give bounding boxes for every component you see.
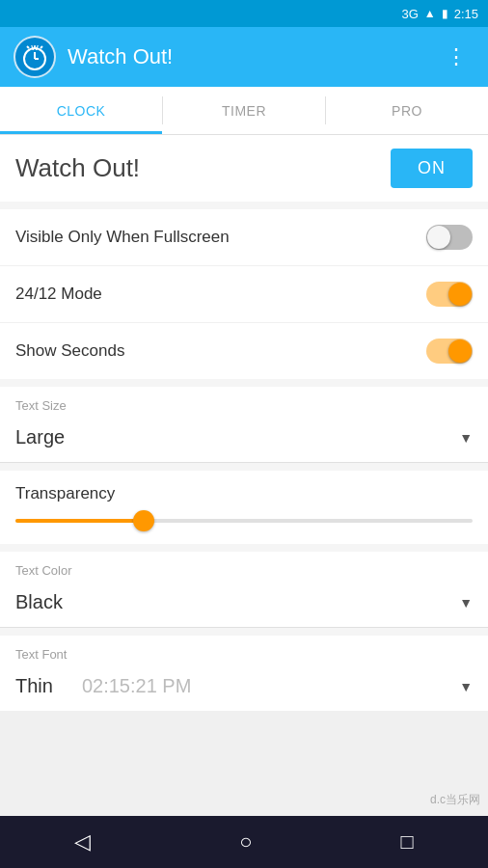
text-font-section: Text Font Thin 02:15:21 PM ▼ bbox=[0, 636, 488, 711]
more-options-button[interactable]: ⋮ bbox=[438, 37, 474, 77]
content-area: Watch Out! ON Visible Only When Fullscre… bbox=[0, 135, 488, 711]
seconds-setting-row: Show Seconds bbox=[0, 323, 488, 379]
transparency-label: Transparency bbox=[15, 484, 473, 503]
tab-timer[interactable]: TIMER bbox=[163, 87, 325, 134]
watermark: d.c当乐网 bbox=[422, 788, 488, 812]
battery-icon: ▮ bbox=[442, 7, 448, 20]
fullscreen-toggle-thumb bbox=[427, 226, 450, 249]
signal-indicator: 3G bbox=[401, 7, 418, 21]
text-font-label: Text Font bbox=[0, 636, 488, 665]
text-color-dropdown[interactable]: Black ▼ bbox=[0, 582, 488, 628]
svg-text:W: W bbox=[31, 43, 39, 52]
text-size-label: Text Size bbox=[0, 387, 488, 417]
fullscreen-label: Visible Only When Fullscreen bbox=[15, 228, 230, 247]
seconds-toggle-thumb bbox=[448, 339, 472, 363]
on-off-button[interactable]: ON bbox=[391, 149, 473, 188]
text-font-arrow-icon: ▼ bbox=[459, 679, 473, 694]
text-size-section: Text Size Large ▼ bbox=[0, 387, 488, 463]
mode-toggle[interactable] bbox=[426, 282, 473, 307]
tabs-bar: CLOCK TIMER PRO bbox=[0, 87, 488, 135]
seconds-label: Show Seconds bbox=[15, 341, 124, 361]
seconds-toggle[interactable] bbox=[426, 339, 473, 364]
nav-bar: ◁ ○ □ bbox=[0, 816, 488, 868]
text-color-section: Text Color Black ▼ bbox=[0, 552, 488, 628]
transparency-slider-thumb[interactable] bbox=[133, 510, 154, 531]
mode-label: 24/12 Mode bbox=[15, 285, 102, 304]
text-color-value: Black bbox=[15, 591, 63, 613]
app-bar: W Watch Out! ⋮ bbox=[0, 27, 488, 87]
svg-line-3 bbox=[27, 46, 29, 48]
mode-setting-row: 24/12 Mode bbox=[0, 266, 488, 323]
transparency-section: Transparency bbox=[0, 471, 488, 544]
home-button[interactable]: ○ bbox=[239, 829, 252, 854]
text-size-value: Large bbox=[15, 426, 65, 448]
app-bar-left: W Watch Out! bbox=[14, 36, 173, 78]
recents-button[interactable]: □ bbox=[401, 829, 414, 854]
tab-clock[interactable]: CLOCK bbox=[0, 87, 162, 134]
text-font-value: Thin bbox=[15, 675, 53, 697]
settings-section: Visible Only When Fullscreen 24/12 Mode … bbox=[0, 209, 488, 379]
transparency-slider-fill bbox=[15, 519, 144, 523]
app-title: Watch Out! bbox=[68, 44, 173, 69]
text-color-label: Text Color bbox=[0, 552, 488, 582]
text-size-dropdown[interactable]: Large ▼ bbox=[0, 417, 488, 463]
transparency-slider-track[interactable] bbox=[15, 519, 473, 523]
watch-out-label: Watch Out! bbox=[15, 153, 140, 183]
back-button[interactable]: ◁ bbox=[74, 829, 91, 854]
text-font-dropdown[interactable]: Thin 02:15:21 PM ▼ bbox=[0, 665, 488, 711]
mode-toggle-thumb bbox=[448, 283, 472, 306]
text-font-left: Thin 02:15:21 PM bbox=[15, 675, 191, 697]
app-logo: W bbox=[14, 36, 56, 78]
watch-out-row: Watch Out! ON bbox=[0, 135, 488, 202]
fullscreen-toggle[interactable] bbox=[426, 225, 473, 250]
text-color-arrow-icon: ▼ bbox=[459, 595, 473, 610]
time-display: 2:15 bbox=[454, 7, 478, 21]
text-size-arrow-icon: ▼ bbox=[459, 430, 473, 446]
svg-line-4 bbox=[41, 46, 42, 48]
fullscreen-setting-row: Visible Only When Fullscreen bbox=[0, 209, 488, 266]
signal-icon: ▲ bbox=[424, 7, 436, 20]
status-bar: 3G ▲ ▮ 2:15 bbox=[0, 0, 488, 27]
text-font-preview-time: 02:15:21 PM bbox=[82, 675, 191, 697]
tab-pro[interactable]: PRO bbox=[326, 87, 488, 134]
